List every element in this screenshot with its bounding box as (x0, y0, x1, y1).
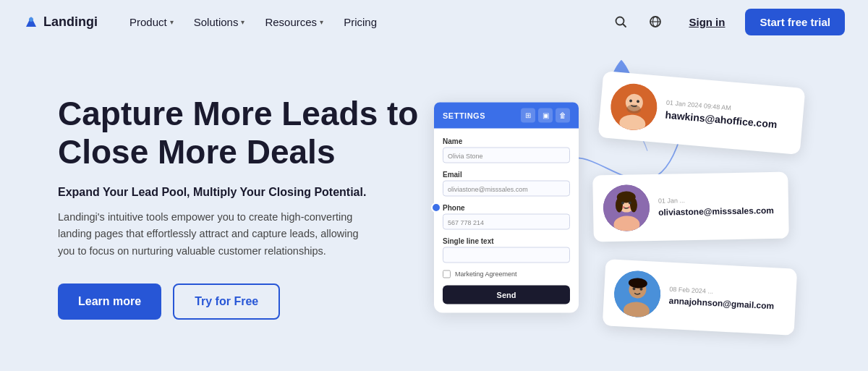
contact-info-3: 08 Feb 2024 ... annajohnson@gmail.com (668, 286, 781, 312)
nav-item-product[interactable]: Product ▾ (121, 10, 182, 34)
nav-right: Sign in Start free trial (608, 9, 845, 35)
form-field-phone: Phone 567 778 214 (443, 203, 570, 229)
logo[interactable]: Landingi (23, 14, 98, 30)
avatar-2 (603, 184, 650, 231)
avatar-image-2 (603, 184, 650, 231)
connector-dot (431, 202, 441, 213)
hero-section: Capture More Leads to Close More Deals E… (0, 43, 868, 371)
svg-line-2 (624, 25, 626, 27)
marketing-checkbox[interactable] (443, 270, 451, 278)
contact-info-1: 01 Jan 2024 09:48 AM hawkins@ahoffice.co… (665, 99, 789, 132)
single-field-value[interactable] (443, 247, 570, 263)
contact-card-1: 01 Jan 2024 09:48 AM hawkins@ahoffice.co… (598, 71, 806, 155)
globe-icon (649, 15, 662, 28)
hero-left: Capture More Leads to Close More Deals E… (58, 95, 420, 320)
form-card-header: SETTINGS ⊞ ▣ 🗑 (434, 102, 579, 128)
avatar-1 (609, 82, 659, 132)
hero-title: Capture More Leads to Close More Deals (58, 95, 420, 171)
hero-subtitle: Expand Your Lead Pool, Multiply Your Clo… (58, 186, 420, 199)
nav-items: Product ▾ Solutions ▾ Resources ▾ Pricin… (121, 10, 608, 34)
form-card-body: Name Olivia Stone Email oliviastone@miss… (434, 128, 579, 312)
hero-buttons: Learn more Try for Free (58, 283, 420, 320)
marketing-label: Marketing Agreement (455, 270, 517, 278)
single-field-label: Single line text (443, 236, 570, 244)
form-icon-layout[interactable]: ▣ (538, 108, 553, 122)
try-free-button[interactable]: Try for Free (173, 283, 280, 320)
svg-point-1 (616, 17, 624, 25)
logo-icon (23, 14, 39, 30)
email-field-value[interactable]: oliviastone@misssales.com (443, 180, 570, 196)
contact-email-2: oliviastone@misssales.com (658, 205, 774, 218)
signin-button[interactable]: Sign in (677, 10, 736, 34)
form-field-email: Email oliviastone@misssales.com (443, 170, 570, 196)
start-trial-button[interactable]: Start free trial (745, 9, 845, 35)
name-field-label: Name (443, 137, 570, 145)
email-field-label: Email (443, 170, 570, 178)
nav-item-pricing[interactable]: Pricing (335, 10, 386, 34)
form-header-icons: ⊞ ▣ 🗑 (521, 108, 570, 122)
chevron-down-icon: ▾ (320, 18, 323, 26)
svg-point-0 (29, 17, 33, 22)
avatar-image-3 (613, 270, 661, 318)
globe-button[interactable] (642, 9, 668, 35)
avatar-3 (613, 270, 661, 318)
search-icon (614, 15, 627, 28)
chevron-down-icon: ▾ (241, 18, 244, 26)
contact-email-3: annajohnson@gmail.com (668, 296, 781, 312)
hero-description: Landingi's intuitive tools empower you t… (58, 209, 369, 261)
hero-illustration: SETTINGS ⊞ ▣ 🗑 Name Olivia Stone Email o… (420, 58, 810, 357)
search-button[interactable] (608, 9, 634, 35)
form-icon-copy[interactable]: ⊞ (521, 108, 535, 122)
nav-item-solutions[interactable]: Solutions ▾ (185, 10, 254, 34)
contact-card-3: 08 Feb 2024 ... annajohnson@gmail.com (603, 259, 797, 336)
navbar: Landingi Product ▾ Solutions ▾ Resources… (0, 0, 868, 43)
form-header-label: SETTINGS (443, 111, 485, 119)
form-checkbox-row: Marketing Agreement (443, 270, 570, 278)
phone-field-value[interactable]: 567 778 214 (443, 213, 570, 229)
name-field-value[interactable]: Olivia Stone (443, 147, 570, 163)
learn-more-button[interactable]: Learn more (58, 283, 161, 320)
form-field-single: Single line text (443, 236, 570, 263)
contact-card-2: 01 Jan ... oliviastone@misssales.com (592, 172, 789, 242)
avatar-image-1 (609, 82, 659, 132)
brand-name: Landingi (43, 14, 98, 30)
form-card: SETTINGS ⊞ ▣ 🗑 Name Olivia Stone Email o… (434, 102, 579, 312)
contact-timestamp-2: 01 Jan ... (658, 195, 774, 205)
form-field-name: Name Olivia Stone (443, 137, 570, 163)
contact-info-2: 01 Jan ... oliviastone@misssales.com (658, 195, 774, 218)
phone-field-label: Phone (443, 203, 570, 211)
chevron-down-icon: ▾ (170, 18, 174, 26)
nav-item-resources[interactable]: Resources ▾ (256, 10, 332, 34)
form-send-button[interactable]: Send (443, 285, 570, 304)
form-icon-delete[interactable]: 🗑 (556, 108, 570, 122)
